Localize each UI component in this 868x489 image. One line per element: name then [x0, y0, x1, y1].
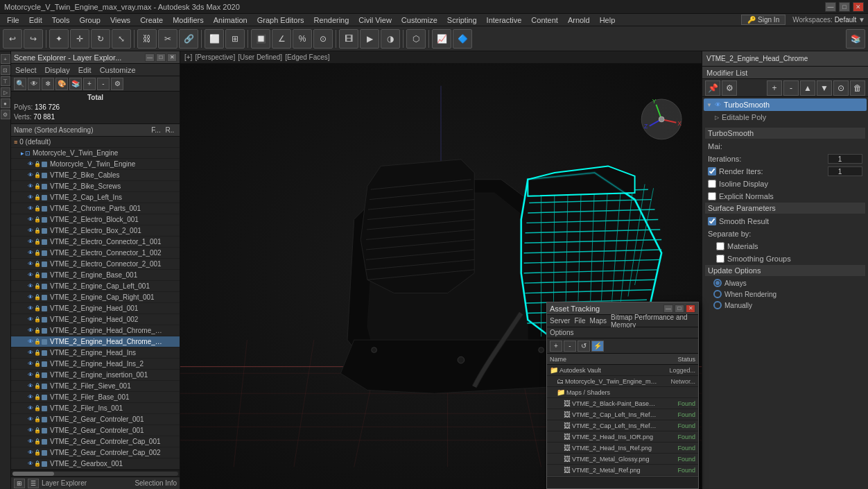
scene-list-item[interactable]: 👁🔒 VTME_2_Engine_Cap_Right_001 [11, 292, 180, 303]
scene-list-item[interactable]: 👁🔒 VTME_2_Engine_Haed_002 [11, 314, 180, 325]
menu-create[interactable]: Create [136, 15, 167, 25]
se-menu-select[interactable]: Select [12, 65, 40, 75]
se-close-button[interactable]: ✕ [167, 53, 177, 62]
at-menu-server[interactable]: Server [550, 317, 570, 325]
scene-list-item[interactable]: 👁🔒 VTME_2_Electro_Box_2_001 [11, 225, 180, 237]
scene-list-item[interactable]: 👁🔒 VTME_2_Engine_Cap_Left_001 [11, 281, 180, 292]
se-settings-button[interactable]: ⚙ [111, 78, 123, 90]
menu-tools[interactable]: Tools [48, 15, 74, 25]
render-scene-button[interactable]: 🎞 [339, 29, 358, 49]
lt-display[interactable]: ● [1, 98, 10, 108]
open-material-editor-button[interactable]: ⬡ [406, 29, 426, 49]
menu-civil-view[interactable]: Civil View [354, 15, 395, 25]
at-list-item[interactable]: 🖼 VTME_2_Metal_Glossy.png Found [547, 454, 698, 465]
at-list-item[interactable]: 🖼 VTME_2_Head_Ins_IOR.png Found [547, 431, 698, 443]
menu-rendering[interactable]: Rendering [310, 15, 354, 25]
se-freeze-button[interactable]: ❄ [42, 78, 54, 90]
lt-hierarchy[interactable]: ⊤ [1, 76, 10, 86]
at-maximize-button[interactable]: □ [675, 304, 684, 313]
se-color-button[interactable]: 🎨 [55, 78, 68, 90]
angle-snap-button[interactable]: ∠ [272, 29, 291, 49]
update-options-title[interactable]: Update Options [705, 265, 865, 276]
menu-animation[interactable]: Animation [209, 15, 252, 25]
select-button[interactable]: ✦ [49, 29, 69, 49]
menu-customize[interactable]: Customize [397, 15, 442, 25]
at-list-item[interactable]: 🖼 VTME_2_Cap_Left_Ins_Ref.png Found [547, 409, 698, 420]
materials-checkbox[interactable] [716, 242, 724, 250]
se-filter-button[interactable]: 🔍 [14, 78, 26, 90]
menu-group[interactable]: Group [75, 15, 105, 25]
modifier-turbosmooth[interactable]: ▼ 👁 TurboSmooth [704, 98, 867, 111]
lt-motion[interactable]: ▷ [1, 87, 10, 97]
menu-scripting[interactable]: Scripting [443, 15, 481, 25]
scene-list-item[interactable]: 👁🔒 VTME_2_Electro_Block_001 [11, 214, 180, 225]
mod-config-button[interactable]: ⚙ [722, 80, 737, 96]
menu-edit[interactable]: Edit [25, 15, 46, 25]
active-shade-button[interactable]: ◑ [381, 29, 400, 49]
smooth-result-checkbox[interactable] [708, 217, 716, 225]
at-active-button[interactable]: ⚡ [591, 341, 604, 352]
se-expand-button[interactable]: + [83, 78, 96, 90]
at-close-button[interactable]: ✕ [686, 304, 695, 313]
scene-list-item[interactable]: 👁🔒 VTME_2_Cap_Left_Ins [11, 192, 180, 203]
se-layer-button[interactable]: 📚 [69, 78, 82, 90]
unlink-button[interactable]: ✂ [158, 29, 177, 49]
snap-toggle-button[interactable]: 🔲 [251, 29, 270, 49]
se-layer-view-button[interactable]: ⊞ [14, 479, 25, 488]
mod-remove-button[interactable]: - [783, 80, 799, 96]
at-search-input[interactable] [550, 479, 695, 486]
percent-snap-button[interactable]: % [293, 29, 312, 49]
turbosmooth-section-title[interactable]: TurboSmooth [705, 128, 865, 139]
maximize-button[interactable]: □ [839, 2, 850, 12]
scale-button[interactable]: ⤡ [112, 29, 131, 49]
scene-list-item[interactable]: 👁🔒 VTME_2_Gear_Controler_Cap_002 [11, 447, 180, 458]
bind-button[interactable]: 🔗 [179, 29, 198, 49]
at-minimize-button[interactable]: — [663, 304, 673, 313]
se-scrollbar-track[interactable] [12, 472, 178, 476]
scene-list-item[interactable]: 👁🔒 VTME_2_Gearbox_001 [11, 458, 180, 470]
scene-list-item[interactable]: 👁🔒 VTME_2_Engine_Base_001 [11, 270, 180, 281]
at-menu-bitmap[interactable]: Bitmap Performance and Memory [611, 314, 695, 329]
link-button[interactable]: ⛓ [137, 29, 157, 49]
scene-list-item[interactable]: 👁🔒 VTME_2_Engine_Head_Ins [11, 348, 180, 359]
modifier-editable-poly[interactable]: ▷ Editable Poly [704, 111, 867, 123]
scene-list-item[interactable]: 👁🔒 VTME_2_Engine_Head_Chrome_Parts [11, 325, 180, 336]
scene-list-item[interactable]: 👁🔒 VTME_2_Engine_Head_Ins_2 [11, 359, 180, 370]
menu-file[interactable]: File [3, 15, 24, 25]
mod-pin-button[interactable]: 📌 [705, 80, 720, 96]
signin-button[interactable]: 🔑 Sign In [741, 15, 785, 25]
scene-list-item[interactable]: 👁🔒 Motorcycle_V_Twin_Engine [11, 159, 180, 170]
at-remove-button[interactable]: - [564, 341, 576, 352]
scene-list-item[interactable]: 👁🔒 VTME_2_Gear_Controler_Cap_001 [11, 436, 180, 447]
render-iters-checkbox[interactable] [708, 167, 716, 175]
scene-list-item[interactable]: 👁🔒 VTME_2_Gear_Controler_001 [11, 414, 180, 425]
curve-editor-button[interactable]: 📈 [432, 29, 451, 49]
scene-object-list[interactable]: ≡ 0 (default) ▸⊡ Motorcycle_V_Twin_Engin… [11, 137, 180, 470]
se-minimize-button[interactable]: — [145, 53, 155, 62]
box-select-button[interactable]: ⬜ [205, 29, 224, 49]
menu-content[interactable]: Content [527, 15, 562, 25]
at-list-item[interactable]: 🖼 VTME_2_Cap_Left_Ins_Ref.png Found [547, 420, 698, 431]
scene-list-item[interactable]: 👁🔒 VTME_2_Electro_Connector_1_001 [11, 237, 180, 248]
scene-list-item[interactable]: 👁🔒 VTME_2_Bike_Screws [11, 181, 180, 192]
menu-graph-editors[interactable]: Graph Editors [253, 15, 309, 25]
undo-button[interactable]: ↩ [3, 29, 22, 49]
se-collapse-button[interactable]: - [97, 78, 110, 90]
scene-list-item[interactable]: 👁🔒 VTME_2_Engine_Head_Chrome_Parts_002 [11, 336, 180, 348]
scene-list-item[interactable]: 👁🔒 VTME_2_Filer_Sieve_001 [11, 381, 180, 392]
move-button[interactable]: ✛ [70, 29, 89, 49]
spinner-snap-button[interactable]: ⊙ [313, 29, 333, 49]
at-menu-file[interactable]: File [574, 317, 585, 325]
at-menu-options-item[interactable]: Options [550, 329, 573, 336]
menu-help[interactable]: Help [596, 15, 620, 25]
scene-list-item[interactable]: ▸⊡ Motorcycle_V_Twin_Engine [11, 148, 180, 159]
render-iters-input[interactable] [828, 166, 862, 176]
scene-list-item[interactable]: 👁🔒 VTME_2_Chrome_Parts_001 [11, 203, 180, 214]
at-list-item[interactable]: 📁 Maps / Shaders [547, 387, 698, 398]
layer-manager-button[interactable]: 📚 [846, 29, 865, 49]
scene-list-item[interactable]: 👁🔒 VTME_2_Electro_Connector_1_002 [11, 248, 180, 259]
manually-radio[interactable] [713, 301, 722, 309]
when-rendering-radio[interactable] [713, 290, 722, 298]
lt-create[interactable]: + [1, 54, 10, 64]
iterations-input[interactable] [828, 154, 862, 164]
